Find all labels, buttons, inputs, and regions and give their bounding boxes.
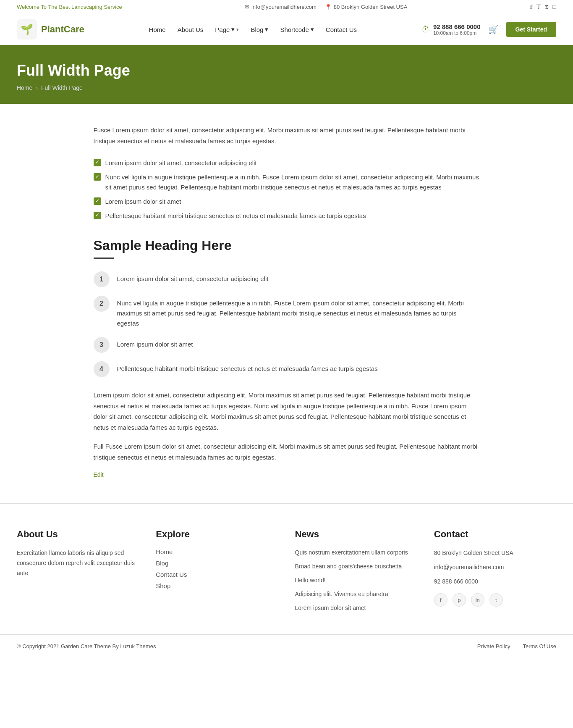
footer-social-twitter-icon[interactable]: t <box>489 593 503 607</box>
list-item: ✓ Pellentesque habitant morbi tristique … <box>94 211 480 221</box>
footer-news-heading: News <box>295 529 417 540</box>
top-bar-contact: ✉ info@youremailidhere.com 📍 80 Broklyn … <box>245 4 407 10</box>
footer-link-contact[interactable]: Contact Us <box>156 571 187 578</box>
list-item: ✓ Nunc vel ligula in augue tristique pel… <box>94 172 480 192</box>
checkbox-icon-4: ✓ <box>94 212 101 219</box>
footer-link-blog[interactable]: Blog <box>156 560 168 567</box>
list-item: 2 Nunc vel ligula in augue tristique pel… <box>94 296 480 329</box>
footer-explore: Explore Home Blog Contact Us Shop <box>156 529 278 618</box>
list-item: Home <box>156 548 278 555</box>
breadcrumb-separator: › <box>36 84 38 91</box>
social-pinterest-icon[interactable]: 𝕿 <box>545 3 549 11</box>
news-item-4[interactable]: Adipiscing elit. Vivamus eu pharetra <box>295 591 388 597</box>
news-item-1[interactable]: Quis nostrum exercitationem ullam corpor… <box>295 549 408 556</box>
checkbox-text-3: Lorem ipsum dolor sit amet <box>105 197 181 207</box>
checkbox-icon-3: ✓ <box>94 197 101 205</box>
list-item: 1 Lorem ipsum dolor sit amet, consectetu… <box>94 271 480 287</box>
footer-social-links: f p in t <box>434 593 556 607</box>
welcome-message: Welcome To The Best Landscaping Service <box>17 4 122 10</box>
page-dropdown-icon: ▾ <box>231 26 235 33</box>
list-item: Shop <box>156 582 278 589</box>
heading-divider <box>94 258 114 259</box>
body-paragraph-2: Full Fusce Lorem ipsum dolor sit amet, c… <box>94 441 480 463</box>
numbered-list: 1 Lorem ipsum dolor sit amet, consectetu… <box>94 271 480 377</box>
footer-social-instagram-icon[interactable]: in <box>471 593 484 607</box>
checkbox-text-1: Lorem ipsum dolor sit amet, consectetur … <box>105 158 257 168</box>
footer-social-facebook-icon[interactable]: f <box>434 593 447 607</box>
footer-link-shop[interactable]: Shop <box>156 582 170 589</box>
list-item: 3 Lorem ipsum dolor sit amet <box>94 337 480 353</box>
shortcode-dropdown-icon: ▾ <box>311 26 314 33</box>
top-bar: Welcome To The Best Landscaping Service … <box>0 0 573 14</box>
edit-link[interactable]: Edit <box>94 471 104 478</box>
page-hero: Full Width Page Home › Full Width Page <box>0 45 573 104</box>
logo-text: PlantCare <box>41 24 84 35</box>
address-info: 📍 80 Broklyn Golden Street USA <box>325 4 408 10</box>
news-item-5[interactable]: Lorem ipsum dolor sit amet <box>295 604 366 611</box>
checkbox-icon-1: ✓ <box>94 159 101 166</box>
nav-item-about[interactable]: About Us <box>178 26 204 33</box>
numbered-text-2: Nunc vel ligula in augue tristique pelle… <box>117 296 480 329</box>
number-circle-2: 2 <box>94 296 110 312</box>
footer-about-heading: About Us <box>17 529 139 540</box>
footer-contact: Contact 80 Broklyn Golden Street USA inf… <box>434 529 556 618</box>
footer-explore-links: Home Blog Contact Us Shop <box>156 548 278 589</box>
list-item: Broad bean and goats'cheese bruschetta <box>295 562 417 571</box>
checkbox-icon-2: ✓ <box>94 173 101 181</box>
top-social-links[interactable]: 𝐟 𝕋 𝕿 □ <box>530 3 556 11</box>
nav-item-blog[interactable]: Blog▾ <box>251 26 268 33</box>
checkbox-list: ✓ Lorem ipsum dolor sit amet, consectetu… <box>94 158 480 221</box>
email-info: ✉ info@youremailidhere.com <box>245 4 317 10</box>
news-item-3[interactable]: Hello world! <box>295 577 326 583</box>
sample-heading: Sample Heading Here <box>94 238 480 253</box>
footer-link-home[interactable]: Home <box>156 548 173 555</box>
list-item: Adipiscing elit. Vivamus eu pharetra <box>295 590 417 599</box>
nav-item-page[interactable]: Page▾ <box>215 26 239 33</box>
breadcrumb-home[interactable]: Home <box>17 84 32 91</box>
footer-contact-heading: Contact <box>434 529 556 540</box>
checkbox-text-2: Nunc vel ligula in augue tristique pelle… <box>105 172 480 192</box>
footer-social-pinterest-icon[interactable]: p <box>453 593 466 607</box>
footer-news-list: Quis nostrum exercitationem ullam corpor… <box>295 548 417 612</box>
phone-icon: ⏱ <box>421 25 430 34</box>
number-circle-1: 1 <box>94 271 110 287</box>
list-item: Contact Us <box>156 571 278 578</box>
footer-about-text: Exercitation llamco laboris nis aliquip … <box>17 548 139 578</box>
footer-bottom: © Copyright 2021 Garden Care Theme By Lu… <box>0 634 573 658</box>
list-item: Blog <box>156 560 278 567</box>
cart-icon[interactable]: 🛒 <box>488 24 499 34</box>
footer-explore-heading: Explore <box>156 529 278 540</box>
nav-phone: ⏱ 92 888 666 0000 10:00am to 6:00pm <box>421 23 481 36</box>
numbered-text-3: Lorem ipsum dolor sit amet <box>117 337 193 350</box>
nav-item-contact[interactable]: Contact Us <box>326 26 357 33</box>
email-text: info@youremailidhere.com <box>251 4 317 10</box>
footer: About Us Exercitation llamco laboris nis… <box>0 503 573 658</box>
list-item: Quis nostrum exercitationem ullam corpor… <box>295 548 417 557</box>
get-started-button[interactable]: Get Started <box>506 22 556 37</box>
blog-dropdown-icon: ▾ <box>265 26 268 33</box>
terms-of-use-link[interactable]: Terms Of Use <box>523 643 556 649</box>
main-content: Fusce Lorem ipsum dolor sit amet, consec… <box>77 104 497 503</box>
phone-details: 92 888 666 0000 10:00am to 6:00pm <box>433 23 481 36</box>
site-logo[interactable]: 🌱 PlantCare <box>17 19 84 39</box>
nav-right: ⏱ 92 888 666 0000 10:00am to 6:00pm 🛒 Ge… <box>421 22 556 37</box>
footer-columns: About Us Exercitation llamco laboris nis… <box>0 503 573 634</box>
footer-bottom-links: Private Policy Terms Of Use <box>477 643 556 649</box>
email-icon: ✉ <box>245 4 249 10</box>
news-item-2[interactable]: Broad bean and goats'cheese bruschetta <box>295 563 402 570</box>
nav-item-shortcode[interactable]: Shortcode▾ <box>280 26 314 33</box>
list-item: ✓ Lorem ipsum dolor sit amet, consectetu… <box>94 158 480 168</box>
breadcrumb: Home › Full Width Page <box>17 84 556 91</box>
nav-item-home[interactable]: Home <box>149 26 166 33</box>
privacy-policy-link[interactable]: Private Policy <box>477 643 510 649</box>
footer-address: 80 Broklyn Golden Street USA <box>434 548 556 558</box>
logo-icon: 🌱 <box>17 19 37 39</box>
social-twitter-icon[interactable]: 𝕋 <box>536 3 541 11</box>
breadcrumb-current: Full Width Page <box>41 84 83 91</box>
address-text: 80 Broklyn Golden Street USA <box>334 4 408 10</box>
number-circle-3: 3 <box>94 337 110 353</box>
social-instagram-icon[interactable]: □ <box>553 3 556 11</box>
copyright-text: © Copyright 2021 Garden Care Theme By Lu… <box>17 643 156 649</box>
numbered-text-1: Lorem ipsum dolor sit amet, consectetur … <box>117 271 269 284</box>
social-facebook-icon[interactable]: 𝐟 <box>530 3 532 11</box>
